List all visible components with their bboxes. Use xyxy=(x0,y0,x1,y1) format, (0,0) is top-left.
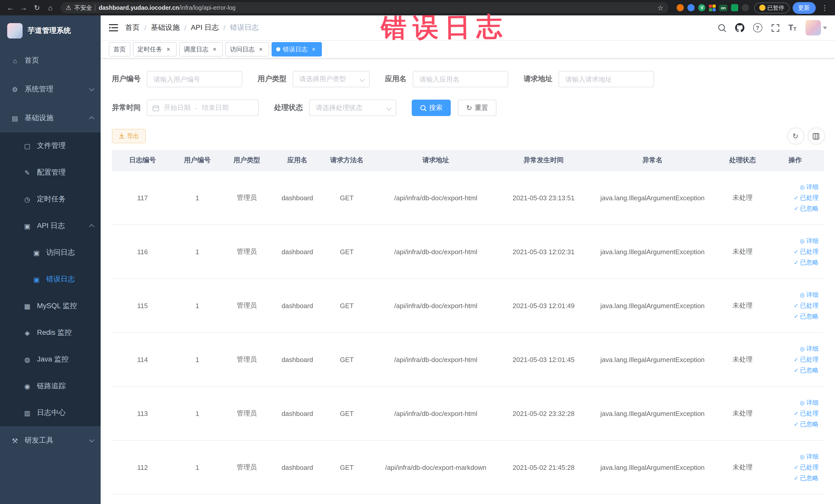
cell-exception: java.lang.IllegalArgumentException xyxy=(587,332,718,386)
cell-url: /api/infra/db-doc/export-html xyxy=(371,386,501,440)
sidebar-item-api-log[interactable]: ▣API 日志 xyxy=(0,213,101,239)
search-button[interactable]: 搜索 xyxy=(412,100,451,116)
update-button[interactable]: 更新 xyxy=(792,2,815,14)
address-bar[interactable]: ⚠ 不安全 dashboard.yudao.iocoder.cn/infra/l… xyxy=(61,2,669,13)
home-button[interactable]: ⌂ xyxy=(44,2,57,14)
sidebar-item-label: 研发工具 xyxy=(25,436,54,445)
check-icon: ✓ xyxy=(794,311,798,322)
user-avatar[interactable] xyxy=(805,20,827,36)
app-logo[interactable]: 芋道管理系统 xyxy=(0,15,101,46)
security-label: 不安全 xyxy=(75,4,92,12)
detail-link[interactable]: ◎详细 xyxy=(769,397,819,408)
ignore-link[interactable]: ✓已忽略 xyxy=(769,311,819,322)
sidebar-item-scheduled-jobs[interactable]: ◷定时任务 xyxy=(0,186,101,213)
column-settings-button[interactable] xyxy=(808,128,824,144)
extension-on-badge-icon[interactable]: on xyxy=(719,4,727,11)
sidebar-item-error-log[interactable]: ▣错误日志 xyxy=(0,266,101,293)
processed-link[interactable]: ✓已处理 xyxy=(769,408,819,419)
processed-link[interactable]: ✓已处理 xyxy=(769,462,819,473)
close-icon[interactable]: × xyxy=(310,46,317,53)
chevron-up-icon xyxy=(89,116,94,121)
tab-job[interactable]: 定时任务× xyxy=(133,42,177,57)
check-icon: ✓ xyxy=(794,354,798,365)
search-icon[interactable] xyxy=(717,23,726,32)
url-domain: dashboard.yudao.iocoder.cn xyxy=(99,5,179,11)
tab-api-error-log[interactable]: 错误日志× xyxy=(271,42,322,57)
cell-exception: java.lang.IllegalArgumentException xyxy=(587,171,718,225)
bookmark-star-icon[interactable]: ☆ xyxy=(657,4,663,12)
extension-icon[interactable] xyxy=(677,4,684,11)
detail-link[interactable]: ◎详细 xyxy=(769,236,819,246)
table-toolbar: 导出 ↻ xyxy=(112,128,824,144)
request-url-input[interactable] xyxy=(558,71,654,87)
extension-icon[interactable] xyxy=(688,4,695,11)
ignore-link[interactable]: ✓已忽略 xyxy=(769,473,819,483)
sidebar-item-access-log[interactable]: ▣访问日志 xyxy=(0,239,101,266)
error-log-table: 日志编号用户编号用户类型应用名请求方法名请求地址异常发生时间异常名处理状态操作 … xyxy=(112,150,824,495)
tab-home[interactable]: 首页 xyxy=(109,42,130,57)
reset-button[interactable]: ↻ 重置 xyxy=(458,100,496,116)
extension-icon[interactable] xyxy=(741,4,749,11)
ignore-link[interactable]: ✓已忽略 xyxy=(769,203,819,214)
detail-link[interactable]: ◎详细 xyxy=(769,343,819,354)
sidebar-item-infrastructure[interactable]: ▤基础设施 xyxy=(0,104,101,133)
cell-url: /api/infra/db-doc/export-html xyxy=(371,332,501,386)
breadcrumb-item-infrastructure[interactable]: 基础设施 xyxy=(151,23,180,32)
sidebar-item-log-center[interactable]: ▥日志中心 xyxy=(0,400,101,426)
sidebar-item-dev-tools[interactable]: ⚒研发工具 xyxy=(0,426,101,455)
processed-link[interactable]: ✓已处理 xyxy=(769,300,819,311)
detail-link[interactable]: ◎详细 xyxy=(769,289,819,300)
column-header: 请求方法名 xyxy=(323,150,371,171)
processed-link[interactable]: ✓已处理 xyxy=(769,354,819,365)
sidebar-item-home[interactable]: ⌂首页 xyxy=(0,46,101,75)
sidebar-item-redis-monitor[interactable]: ◈Redis 监控 xyxy=(0,319,101,346)
forward-button[interactable]: → xyxy=(18,2,30,14)
app-name-input[interactable] xyxy=(413,71,508,87)
cell-status: 未处理 xyxy=(718,440,767,494)
user-id-input[interactable] xyxy=(147,71,242,87)
extension-grid-icon[interactable] xyxy=(709,4,716,11)
close-icon[interactable]: × xyxy=(165,46,172,53)
back-button[interactable]: ← xyxy=(4,2,16,14)
processed-link[interactable]: ✓已处理 xyxy=(769,192,819,203)
tab-job-log[interactable]: 调度日志× xyxy=(179,42,223,57)
sidebar-item-java-monitor[interactable]: ◍Java 监控 xyxy=(0,346,101,373)
cell-user-type: 管理员 xyxy=(222,171,272,225)
paused-badge[interactable]: 已暂停 xyxy=(754,2,789,13)
hamburger-icon[interactable] xyxy=(109,24,118,32)
reload-button[interactable]: ↻ xyxy=(31,2,43,14)
refresh-button[interactable]: ↻ xyxy=(788,128,803,144)
close-icon[interactable]: × xyxy=(211,46,218,53)
ignore-link[interactable]: ✓已忽略 xyxy=(769,419,819,429)
process-status-select[interactable]: 请选择处理状态 xyxy=(309,100,396,116)
github-icon[interactable] xyxy=(735,23,744,32)
user-type-select[interactable]: 请选择用户类型 xyxy=(292,71,370,87)
help-icon[interactable]: ? xyxy=(753,23,762,32)
ignore-link[interactable]: ✓已忽略 xyxy=(769,365,819,376)
filter-row-1: 用户编号 用户类型 请选择用户类型 应用名 xyxy=(112,71,824,87)
page-content: 用户编号 用户类型 请选择用户类型 应用名 xyxy=(101,59,835,504)
column-header: 处理状态 xyxy=(718,150,767,171)
sidebar-item-mysql-monitor[interactable]: ▦MySQL 监控 xyxy=(0,293,101,319)
sidebar-item-config-management[interactable]: ✎配置管理 xyxy=(0,159,101,186)
ignore-link[interactable]: ✓已忽略 xyxy=(769,257,819,268)
vue-devtools-extension-icon[interactable]: V xyxy=(698,4,706,11)
processed-link[interactable]: ✓已处理 xyxy=(769,246,819,257)
extension-icon[interactable] xyxy=(731,4,738,11)
breadcrumb-item-home[interactable]: 首页 xyxy=(125,23,140,32)
fullscreen-icon[interactable] xyxy=(771,23,779,32)
breadcrumb-item-api-log[interactable]: API 日志 xyxy=(191,23,219,32)
sidebar-item-tracing[interactable]: ◉链路追踪 xyxy=(0,373,101,400)
browser-menu-icon[interactable]: ⋮ xyxy=(819,2,831,14)
export-button[interactable]: 导出 xyxy=(112,129,146,143)
tab-api-access-log[interactable]: 访问日志× xyxy=(225,42,269,57)
exception-time-range-picker[interactable]: 开始日期 - 结束日期 xyxy=(147,100,259,116)
detail-link[interactable]: ◎详细 xyxy=(769,451,819,462)
sidebar-item-system-management[interactable]: ⚙系统管理 xyxy=(0,75,101,104)
font-size-icon[interactable]: TT xyxy=(788,24,796,32)
close-icon[interactable]: × xyxy=(257,46,264,53)
cell-log-id: 115 xyxy=(112,279,173,332)
detail-link[interactable]: ◎详细 xyxy=(769,182,819,192)
sidebar-item-file-management[interactable]: ▢文件管理 xyxy=(0,133,101,159)
cell-url: /api/infra/db-doc/export-html xyxy=(371,225,501,279)
